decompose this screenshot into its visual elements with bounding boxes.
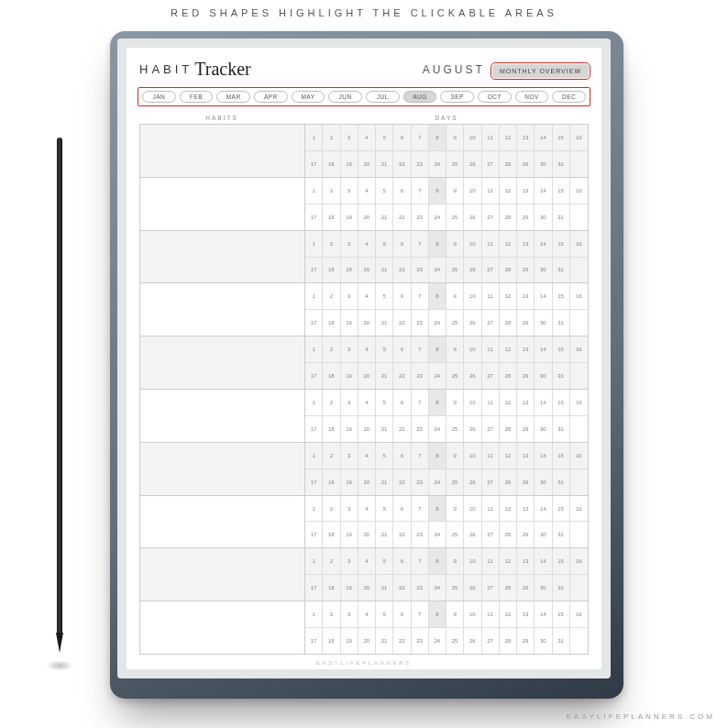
day-cell[interactable]: 23 <box>412 575 429 601</box>
day-cell[interactable]: 28 <box>500 363 517 389</box>
day-cell[interactable]: 12 <box>500 283 517 309</box>
day-cell[interactable]: 11 <box>482 283 500 309</box>
day-cell[interactable]: 26 <box>464 258 481 283</box>
day-cell[interactable]: 19 <box>341 204 358 230</box>
day-cell[interactable]: 11 <box>482 231 500 257</box>
day-cell[interactable]: 27 <box>482 416 500 442</box>
day-cell[interactable]: 6 <box>393 336 411 362</box>
day-cell[interactable]: 2 <box>323 601 340 627</box>
day-cell[interactable]: 3 <box>341 443 358 469</box>
day-cell[interactable]: 24 <box>429 363 447 389</box>
month-tab-feb[interactable]: FEB <box>180 91 214 103</box>
day-cell[interactable]: 26 <box>464 363 481 389</box>
day-cell[interactable]: 31 <box>553 628 570 654</box>
day-cell[interactable]: 18 <box>323 310 340 336</box>
day-cell[interactable]: 20 <box>358 204 376 230</box>
day-cell[interactable]: 30 <box>535 575 552 601</box>
day-cell[interactable]: 9 <box>447 336 464 362</box>
day-cell[interactable]: 29 <box>517 151 535 177</box>
day-cell[interactable]: 25 <box>447 258 464 283</box>
habit-name-cell[interactable] <box>140 283 305 336</box>
day-cell[interactable]: 1 <box>305 496 323 522</box>
day-cell[interactable]: 9 <box>447 390 464 415</box>
day-cell[interactable]: 13 <box>517 231 535 257</box>
day-cell[interactable]: 24 <box>429 151 447 177</box>
day-cell[interactable]: 1 <box>305 390 323 415</box>
habit-name-cell[interactable] <box>140 125 305 177</box>
day-cell[interactable]: 9 <box>447 125 464 150</box>
day-cell[interactable]: 23 <box>412 310 429 336</box>
day-cell[interactable]: 10 <box>464 601 481 627</box>
day-cell[interactable]: 21 <box>376 416 393 442</box>
day-cell[interactable]: 21 <box>376 522 393 547</box>
day-cell[interactable]: 16 <box>570 336 588 362</box>
day-cell[interactable]: 18 <box>323 469 340 495</box>
day-cell[interactable]: 27 <box>482 363 500 389</box>
day-cell[interactable]: 23 <box>412 151 429 177</box>
monthly-overview-button[interactable]: MONTHLY OVERVIEW <box>492 64 589 78</box>
day-cell[interactable]: 19 <box>341 151 358 177</box>
day-cell[interactable]: 14 <box>535 390 552 415</box>
day-cell[interactable]: 11 <box>482 125 500 150</box>
day-cell[interactable]: 15 <box>553 548 570 574</box>
day-cell[interactable]: 20 <box>358 258 376 283</box>
day-cell[interactable]: 24 <box>429 258 447 283</box>
day-cell[interactable]: 1 <box>305 178 323 204</box>
day-cell[interactable]: 17 <box>305 575 323 601</box>
day-cell[interactable]: 25 <box>447 628 464 654</box>
day-cell[interactable]: 1 <box>305 336 323 362</box>
day-cell[interactable]: 18 <box>323 151 340 177</box>
day-cell[interactable]: 16 <box>570 548 588 574</box>
day-cell[interactable]: 24 <box>429 575 447 601</box>
day-cell[interactable]: 17 <box>305 416 323 442</box>
day-cell[interactable]: 28 <box>500 575 517 601</box>
day-cell[interactable]: 22 <box>393 258 411 283</box>
day-cell[interactable]: 14 <box>535 601 552 627</box>
day-cell[interactable]: 30 <box>535 310 552 336</box>
day-cell[interactable]: 3 <box>341 231 358 257</box>
day-cell[interactable]: 6 <box>393 548 411 574</box>
day-cell[interactable]: 28 <box>500 416 517 442</box>
day-cell[interactable]: 23 <box>412 204 429 230</box>
day-cell[interactable]: 17 <box>305 151 323 177</box>
day-cell[interactable]: 16 <box>570 231 588 257</box>
day-cell[interactable]: 12 <box>500 231 517 257</box>
day-cell[interactable]: 19 <box>341 416 358 442</box>
day-cell[interactable]: 20 <box>358 151 376 177</box>
day-cell[interactable]: 28 <box>500 628 517 654</box>
day-cell[interactable]: 11 <box>482 601 500 627</box>
day-cell[interactable]: 7 <box>412 443 429 469</box>
day-cell[interactable]: 25 <box>447 522 464 547</box>
day-cell[interactable]: 14 <box>535 283 552 309</box>
day-cell[interactable]: 6 <box>393 496 411 522</box>
day-cell[interactable]: 21 <box>376 310 393 336</box>
month-tab-mar[interactable]: MAR <box>216 91 250 103</box>
day-cell[interactable]: 9 <box>447 496 464 522</box>
day-cell[interactable]: 21 <box>376 469 393 495</box>
day-cell[interactable]: 17 <box>305 628 323 654</box>
day-cell[interactable]: 1 <box>305 125 323 150</box>
day-cell[interactable]: 8 <box>429 231 447 257</box>
day-cell[interactable]: 27 <box>482 204 500 230</box>
day-cell[interactable]: 31 <box>553 575 570 601</box>
day-cell[interactable]: 26 <box>464 522 481 547</box>
day-cell[interactable]: 4 <box>358 443 376 469</box>
day-cell[interactable]: 6 <box>393 390 411 415</box>
day-cell[interactable]: 3 <box>341 178 358 204</box>
day-cell[interactable]: 24 <box>429 469 447 495</box>
day-cell[interactable]: 23 <box>412 363 429 389</box>
day-cell[interactable]: 28 <box>500 258 517 283</box>
day-cell[interactable]: 13 <box>517 283 535 309</box>
month-tab-sep[interactable]: SEP <box>440 91 474 103</box>
day-cell[interactable]: 14 <box>535 178 552 204</box>
day-cell[interactable]: 26 <box>464 469 481 495</box>
day-cell[interactable]: 17 <box>305 469 323 495</box>
day-cell[interactable]: 6 <box>393 178 411 204</box>
month-tab-oct[interactable]: OCT <box>478 91 512 103</box>
day-cell[interactable]: 5 <box>376 443 393 469</box>
day-cell[interactable]: 12 <box>500 548 517 574</box>
day-cell[interactable]: 25 <box>447 416 464 442</box>
day-cell[interactable]: 27 <box>482 151 500 177</box>
day-cell[interactable]: 31 <box>553 310 570 336</box>
day-cell[interactable]: 9 <box>447 178 464 204</box>
